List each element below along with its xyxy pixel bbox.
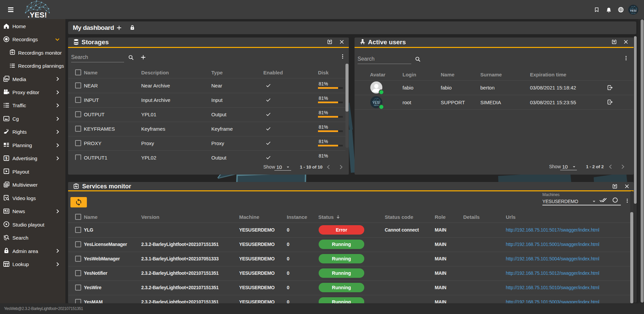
svg-text:MEDIA: MEDIA bbox=[631, 12, 636, 14]
svg-text:MEDIA: MEDIA bbox=[374, 105, 379, 106]
svg-text:.YES!: .YES! bbox=[28, 11, 47, 19]
svg-text:YES!: YES! bbox=[372, 101, 380, 105]
svg-text:YES!: YES! bbox=[630, 9, 637, 12]
